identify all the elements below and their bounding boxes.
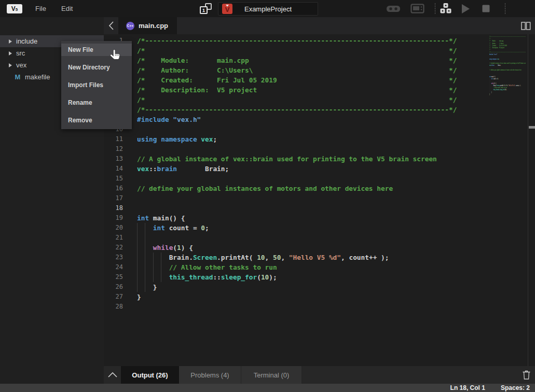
code-line[interactable]: // A global instance of vex::brain used … [137,154,457,164]
code-line[interactable] [137,233,457,243]
code-line[interactable]: // define your global instances of motor… [137,184,457,193]
code-line[interactable]: /* */ [137,95,457,105]
code-line[interactable] [137,124,457,134]
menu-file[interactable]: File [32,0,49,17]
tab-label: main.cpp [139,22,168,30]
code-line[interactable]: Brain.Screen.printAt( 10, 50, "Hello V5 … [137,253,457,262]
indent-guide [145,262,145,272]
line-number: 15 [104,174,127,184]
brain-screen-icon[interactable] [410,0,424,17]
devices-icon[interactable] [440,0,452,17]
top-menu-bar: V5 File Edit 1 V ExampleProject [0,0,535,17]
code-line[interactable]: /* Created: Fri Jul 05 2019 */ [137,75,457,85]
chevron-right-icon[interactable] [9,39,12,44]
indent-guide [137,253,138,262]
indent-guide [145,282,145,292]
cursor-position[interactable]: Ln 18, Col 1 [450,384,485,391]
code-line[interactable]: vex::brain Brain; [137,164,457,174]
indent-guide [145,233,145,243]
stop-icon[interactable] [482,0,490,17]
minimap[interactable]: /*--------------------------------------… [485,35,526,108]
indent-guide [137,272,138,282]
code-line[interactable]: /* Description: V5 project */ [137,85,457,95]
code-line[interactable]: #include "vex.h" [137,115,457,124]
line-number: 13 [104,154,127,164]
status-bar: Ln 18, Col 1 Spaces: 2 [0,384,535,392]
indent-guide [153,253,154,262]
code-line[interactable] [137,174,457,184]
tree-item-label: include [16,37,37,45]
line-number: 24 [104,262,127,272]
indent-guide [145,223,145,233]
overview-ruler[interactable] [528,34,535,366]
indent-guide [137,233,138,243]
indent-guide [153,262,154,272]
hand-cursor-pointer [109,48,123,64]
indent-guide [137,243,138,253]
line-number: 17 [104,193,127,203]
toolbar-separator [505,3,505,14]
run-icon[interactable] [461,0,471,17]
indent-guide [145,243,145,253]
code-content[interactable]: /*--------------------------------------… [489,36,526,98]
tree-item-label: vex [16,61,26,69]
indent-guide [161,253,161,262]
scrollbar-thumb[interactable] [529,126,535,129]
code-line[interactable]: } [137,292,457,302]
code-line[interactable] [137,302,457,312]
indent-guide [137,223,138,233]
indent-guide [137,262,138,272]
panel-tab-output[interactable]: Output (26) [121,366,179,384]
project-name-button[interactable]: V ExampleProject [218,2,318,16]
code-line[interactable]: } [137,282,457,292]
indent-guide [145,272,145,282]
code-line[interactable] [137,203,457,213]
chevron-right-icon[interactable] [9,63,12,67]
code-line[interactable] [137,144,457,154]
code-line[interactable]: this_thread::sleep_for(10); [137,272,457,282]
code-line[interactable]: int count = 0; [137,223,457,233]
code-editor[interactable]: 1234567891011121314151617181920212223242… [104,34,535,366]
controller-icon[interactable] [386,0,401,17]
context-menu-item-import-files[interactable]: Import Files [61,76,132,94]
code-line[interactable]: /*--------------------------------------… [137,105,457,115]
line-number: 26 [104,282,127,292]
menu-edit[interactable]: Edit [58,0,76,17]
code-line[interactable]: using namespace vex; [137,134,457,144]
panel-tab-problems[interactable]: Problems (4) [179,366,241,384]
slot-icon[interactable]: 1 [200,3,212,14]
line-number: 18 [104,203,127,213]
code-line[interactable]: int main() { [137,213,457,223]
indent-guide [137,282,138,292]
indentation-setting[interactable]: Spaces: 2 [501,384,530,391]
line-number: 11 [104,134,127,144]
code-line[interactable]: /*--------------------------------------… [137,36,457,46]
line-number: 12 [104,144,127,154]
context-menu-item-rename[interactable]: Rename [61,94,132,111]
panel-tab-terminal[interactable]: Terminal (0) [241,366,302,384]
code-line[interactable] [489,95,526,97]
code-content[interactable]: /*--------------------------------------… [137,36,457,312]
slot-number: 1 [200,6,208,14]
code-line[interactable]: /* Module: main.cpp */ [137,55,457,65]
tab-main-cpp[interactable]: C++ main.cpp [118,17,177,34]
code-line[interactable]: /* */ [137,46,457,55]
line-number: 23 [104,253,127,262]
code-line[interactable]: /* Author: C:\Users\ */ [137,65,457,75]
code-line[interactable] [137,193,457,203]
v5-logo[interactable]: V5 [7,4,22,13]
back-chevron-icon[interactable] [106,20,117,31]
panel-expand-chevron-icon[interactable] [104,366,121,384]
code-line[interactable]: // Allow other tasks to run [137,262,457,272]
clear-output-trash-icon[interactable] [522,370,531,382]
tree-item-label: src [16,49,25,57]
vexcode-window: V5 File Edit 1 V ExampleProject [0,0,535,392]
line-number: 14 [104,164,127,174]
split-editor-icon[interactable] [521,22,531,32]
context-menu-item-remove[interactable]: Remove [61,111,132,129]
line-number: 22 [104,243,127,253]
bottom-panel-tabs: Output (26)Problems (4)Terminal (0) [104,366,535,384]
line-number: 21 [104,233,127,243]
chevron-right-icon[interactable] [9,51,12,55]
code-line[interactable]: while(1) { [137,243,457,253]
